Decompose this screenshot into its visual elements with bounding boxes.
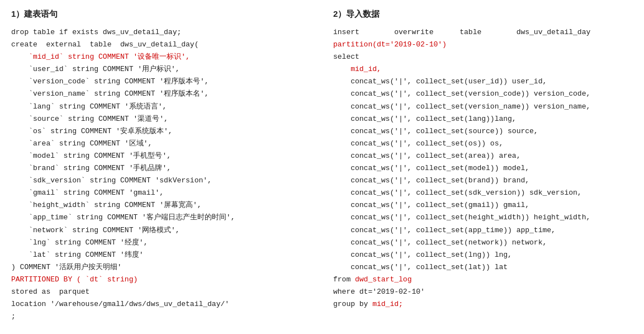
code-line: `lat` string COMMENT '纬度' — [11, 249, 311, 261]
code-line: `height_width` string COMMENT '屏幕宽高', — [11, 199, 311, 211]
code-line: `model` string COMMENT '手机型号', — [11, 150, 311, 162]
code-line: concat_ws('|', collect_set(version_code)… — [333, 88, 633, 100]
code-line: `version_code` string COMMENT '程序版本号', — [11, 76, 311, 88]
code-line: ; — [11, 311, 311, 323]
code-line: insert overwrite table dws_uv_detail_day — [333, 26, 633, 39]
code-line: `gmail` string COMMENT 'gmail', — [11, 187, 311, 199]
code-line: stored as parquet — [11, 286, 311, 298]
right-panel: 2）导入数据 insert overwrite table dws_uv_det… — [333, 9, 633, 323]
code-line: concat_ws('|', collect_set(app_time)) ap… — [333, 224, 633, 237]
code-line: select — [333, 51, 633, 63]
code-line: concat_ws('|', collect_set(gmail)) gmail… — [333, 199, 633, 211]
code-line: `app_time` string COMMENT '客户端日志产生时的时间', — [11, 211, 311, 224]
code-line: concat_ws('|', collect_set(os)) os, — [333, 138, 633, 150]
main-container: 1）建表语句 drop table if exists dws_uv_detai… — [11, 9, 633, 323]
code-line: concat_ws('|', collect_set(area)) area, — [333, 150, 633, 162]
code-line: concat_ws('|', collect_set(version_name)… — [333, 101, 633, 113]
code-line: concat_ws('|', collect_set(source)) sour… — [333, 125, 633, 138]
code-line: `lng` string COMMENT '经度', — [11, 237, 311, 249]
right-title: 2）导入数据 — [333, 9, 633, 20]
code-line: `version_name` string COMMENT '程序版本名', — [11, 88, 311, 100]
code-line: location '/warehouse/gmall/dws/dws_uv_de… — [11, 298, 311, 311]
code-line: where dt='2019-02-10' — [333, 286, 633, 298]
code-line: `area` string COMMENT '区域', — [11, 138, 311, 150]
left-panel: 1）建表语句 drop table if exists dws_uv_detai… — [11, 9, 311, 323]
code-line: partition(dt='2019-02-10') — [333, 39, 633, 51]
code-line: concat_ws('|', collect_set(height_width)… — [333, 211, 633, 224]
code-line: mid_id, — [333, 63, 633, 76]
code-line: concat_ws('|', collect_set(lang))lang, — [333, 113, 633, 125]
code-line: create external table dws_uv_detail_day( — [11, 39, 311, 51]
code-line: `user_id` string COMMENT '用户标识', — [11, 63, 311, 76]
left-title: 1）建表语句 — [11, 9, 311, 20]
left-code: drop table if exists dws_uv_detail_day;c… — [11, 26, 311, 323]
code-line: concat_ws('|', collect_set(sdk_version))… — [333, 187, 633, 199]
code-line: `sdk_version` string COMMENT 'sdkVersion… — [11, 175, 311, 187]
right-code: insert overwrite table dws_uv_detail_day… — [333, 26, 633, 311]
code-line: `network` string COMMENT '网络模式', — [11, 224, 311, 237]
code-line: from dwd_start_log — [333, 274, 633, 286]
code-line: `os` string COMMENT '安卓系统版本', — [11, 125, 311, 138]
code-line: concat_ws('|', collect_set(brand)) brand… — [333, 175, 633, 187]
code-line: concat_ws('|', collect_set(lng)) lng, — [333, 249, 633, 261]
code-line: ) COMMENT '活跃用户按天明细' — [11, 261, 311, 274]
code-line: concat_ws('|', collect_set(lat)) lat — [333, 261, 633, 274]
code-line: concat_ws('|', collect_set(model)) model… — [333, 162, 633, 175]
code-line: `brand` string COMMENT '手机品牌', — [11, 162, 311, 175]
code-line: `mid_id` string COMMENT '设备唯一标识', — [11, 51, 311, 63]
code-line: `source` string COMMENT '渠道号', — [11, 113, 311, 125]
code-line: PARTITIONED BY ( `dt` string) — [11, 274, 311, 286]
code-line: drop table if exists dws_uv_detail_day; — [11, 26, 311, 39]
code-line: group by mid_id; — [333, 298, 633, 311]
code-line: `lang` string COMMENT '系统语言', — [11, 101, 311, 113]
code-line: concat_ws('|', collect_set(network)) net… — [333, 237, 633, 249]
code-line: concat_ws('|', collect_set(user_id)) use… — [333, 76, 633, 88]
